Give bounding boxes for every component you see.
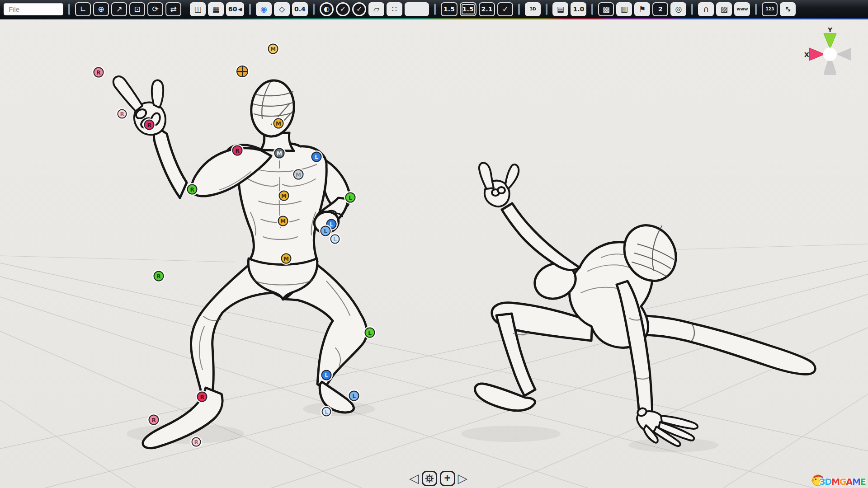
rotate-camera-icon[interactable]: ⟳ (147, 2, 163, 16)
watermark-letter: 3 (819, 476, 825, 487)
joint-marker-l[interactable]: L (321, 226, 331, 236)
checkbox-checked-icon[interactable]: ✓ (497, 2, 513, 16)
shaded-sphere-icon[interactable]: ◐ (320, 2, 334, 16)
axis-view-icon[interactable]: ∟ (75, 2, 91, 16)
viewport-3d[interactable]: RMRRMRMLMRMLMLLLMRLLRLLRR Y X (0, 0, 868, 488)
audio-headphones-icon[interactable]: ∩ (698, 2, 714, 16)
joint-marker-l[interactable]: L (345, 192, 356, 203)
watermark-letter: D (825, 476, 831, 487)
watermark-letter: E (860, 476, 865, 487)
joint-marker-target[interactable] (236, 66, 248, 77)
focus-target-icon[interactable]: ◉ (256, 2, 272, 16)
watermark: 3DMGAME (809, 473, 865, 487)
check-glyph: ✓ (502, 5, 509, 13)
version-value-label: 1.0 (573, 6, 584, 12)
dither-glyph: ▩ (603, 5, 610, 13)
joint-marker-r[interactable]: R (149, 415, 159, 425)
joint-marker-l[interactable]: L (311, 152, 322, 162)
folder-3d-button[interactable]: 3D (525, 2, 541, 16)
check-glyph: ✓ (340, 6, 346, 13)
cube-outline-icon[interactable]: ◇ (274, 2, 290, 16)
joint-marker-r[interactable]: R (232, 145, 243, 156)
next-pose-button[interactable]: ▷ (458, 471, 468, 486)
globe-view-icon[interactable]: ⊕ (93, 2, 109, 16)
joint-marker-m[interactable]: M (274, 118, 284, 129)
auto-check-icon[interactable]: ✓ (336, 2, 350, 16)
image-gallery-icon[interactable]: ▨ (716, 2, 732, 16)
pose-settings-button[interactable] (422, 471, 437, 486)
rotate-glyph: ⟳ (152, 5, 158, 13)
fps-button[interactable]: 60◀ (226, 2, 244, 16)
fps-button-label: 60 (228, 6, 237, 12)
fullscreen-icon[interactable]: ↔ (780, 2, 796, 16)
joint-marker-r[interactable]: R (192, 437, 201, 447)
head-scale-value[interactable]: 1.5 (441, 2, 458, 16)
joint-marker-m[interactable]: M (278, 216, 288, 226)
headphones-glyph: ∩ (703, 5, 709, 13)
limb-scale-value[interactable]: 2.1 (479, 2, 495, 16)
separator (755, 4, 757, 15)
joint-marker-m[interactable]: M (274, 148, 285, 159)
equalizer-glyph: ▥ (621, 5, 628, 13)
joint-marker-m[interactable]: M (281, 253, 292, 264)
joint-marker-l[interactable]: L (349, 391, 359, 401)
camera-capture-icon[interactable]: ◎ (670, 2, 686, 16)
joint-marker-l[interactable]: L (365, 328, 375, 338)
gizmo-center (823, 47, 837, 61)
film-frame-button[interactable]: 2 (652, 2, 668, 16)
separator (518, 4, 520, 15)
joint-marker-l[interactable]: L (330, 235, 340, 244)
joint-marker-r[interactable]: R (187, 184, 198, 195)
confirm-check-icon[interactable]: ✓ (352, 2, 366, 16)
joint-marker-r[interactable]: R (197, 392, 208, 402)
axis-x-cone (809, 48, 825, 61)
frame-selection-icon[interactable]: ⊡ (129, 2, 145, 16)
joint-marker-m[interactable]: M (279, 191, 289, 201)
file-menu-button[interactable]: File (4, 3, 63, 15)
watermark-text: 3DMGAME (819, 476, 865, 487)
gear-icon (425, 474, 434, 483)
building-glyph: ▤ (557, 5, 564, 13)
joint-marker-l[interactable]: L (321, 370, 332, 380)
history-cube-icon[interactable]: ◫ (190, 2, 206, 16)
axis-gizmo[interactable]: Y X (804, 26, 856, 83)
joint-marker-r[interactable]: R (154, 271, 164, 282)
pose-flag-icon[interactable]: ⚑ (634, 2, 650, 16)
joint-marker-r[interactable]: R (118, 109, 127, 119)
library-building-icon[interactable]: ▤ (552, 2, 568, 16)
prev-pose-button[interactable]: ◁ (409, 471, 419, 486)
separator (249, 4, 251, 15)
watermark-letter: A (846, 476, 852, 487)
axis-x-label: X (804, 51, 809, 58)
joint-marker-m[interactable]: M (293, 169, 304, 180)
web-www-icon[interactable]: www (734, 2, 750, 16)
pan-camera-icon[interactable]: ⇄ (165, 2, 181, 16)
figure-left-mannequin[interactable] (113, 76, 367, 448)
toolbar: File ∟⊕↗⊡⟳⇄◫▦60◀◉◇0.4◐✓✓▱∷1.51.52.1✓3D▤1… (0, 0, 868, 18)
joint-marker-m[interactable]: M (268, 44, 278, 54)
blank-canvas-swatch[interactable] (405, 2, 429, 16)
numbered-cube-icon[interactable]: 123 (762, 2, 778, 16)
dither-material-icon[interactable]: ▩ (598, 2, 614, 16)
axis-y-label: Y (827, 26, 833, 33)
version-value[interactable]: 1.0 (571, 2, 586, 16)
joint-marker-r[interactable]: R (144, 120, 155, 130)
opacity-value[interactable]: 0.4 (292, 2, 308, 16)
balls-glyph: ∷ (392, 5, 397, 13)
joint-marker-l[interactable]: L (322, 407, 331, 417)
separator (546, 4, 547, 15)
floor-grid-icon[interactable]: ▦ (208, 2, 224, 16)
timeline-bars-icon[interactable]: ▥ (616, 2, 632, 16)
joint-marker-r[interactable]: R (94, 67, 104, 78)
extrude-box-icon[interactable]: ▱ (368, 2, 384, 16)
toolbar-accent-strip (0, 18, 868, 19)
joint-spheres-icon[interactable]: ∷ (387, 2, 402, 16)
separator (434, 4, 436, 15)
toolbar-items: ∟⊕↗⊡⟳⇄◫▦60◀◉◇0.4◐✓✓▱∷1.51.52.1✓3D▤1.0▩▥⚑… (66, 2, 796, 16)
cube-glyph: ◇ (279, 5, 285, 13)
prism-glyph: ▱ (373, 5, 379, 13)
zoom-extents-icon[interactable]: ↗ (111, 2, 127, 16)
body-scale-value[interactable]: 1.5 (460, 2, 476, 16)
add-pose-button[interactable]: + (440, 471, 455, 486)
figure-right-mannequin[interactable] (475, 163, 816, 446)
